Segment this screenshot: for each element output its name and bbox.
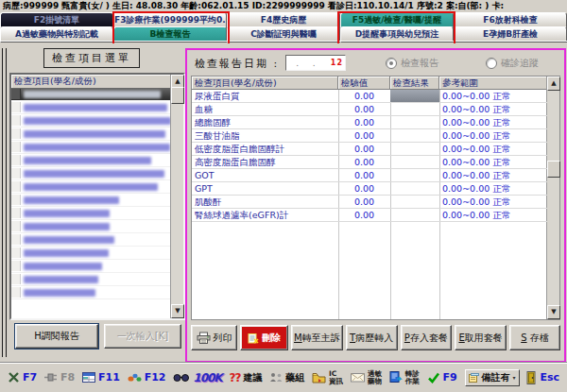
list-item[interactable] <box>11 154 171 167</box>
cell-res[interactable] <box>390 129 439 142</box>
toolbar-item-referral[interactable]: 轉診作業 <box>389 370 420 384</box>
cell-res[interactable] <box>390 90 439 102</box>
toolbar-item-suggest[interactable]: ??建議 <box>230 371 263 384</box>
toolbar-item-allergy-drugs[interactable]: 過敏藥物 <box>351 370 382 384</box>
scroll-thumb[interactable] <box>171 87 184 104</box>
list-item[interactable] <box>11 167 171 180</box>
scroll-down-icon[interactable]: ▼ <box>547 305 560 319</box>
cell-res[interactable] <box>390 143 439 155</box>
cell-val[interactable]: 0.00 <box>338 196 390 208</box>
cell-res[interactable] <box>390 116 439 128</box>
cell-rng[interactable]: 0.00~0.00 正常 <box>439 182 547 195</box>
cell-rng[interactable]: 0.00~0.00 正常 <box>439 129 547 142</box>
cell-rng[interactable]: 0.00~0.00 正常 <box>439 196 547 208</box>
cell-name[interactable]: 血糖 <box>192 103 338 115</box>
column-header[interactable]: 檢驗值 <box>338 77 390 90</box>
table-row[interactable]: GOT0.000.00~0.00 正常 <box>192 169 547 182</box>
scroll-thumb[interactable] <box>547 161 560 178</box>
list-item[interactable] <box>11 273 171 286</box>
toolbar-item-f8[interactable]: F8 <box>44 371 75 383</box>
cell-name[interactable]: 腎絲球過濾率(eGFR)計 <box>192 209 338 221</box>
exam-item-listbox[interactable]: 檢查項目(學名/成份) ▲ ▼ <box>9 73 185 320</box>
exam-results-table[interactable]: 檢查項目(學名/成份)檢驗值檢查結果參考範圍 尿液蛋白質0.000.00~0.0… <box>191 76 560 320</box>
cell-res[interactable] <box>390 209 439 221</box>
list-item[interactable] <box>11 194 171 207</box>
table-row[interactable]: 腎絲球過濾率(eGFR)計0.000.00~0.00 正常 <box>192 209 547 222</box>
delete-button[interactable]: 刪除 <box>240 325 288 350</box>
list-item[interactable] <box>11 286 171 299</box>
cell-res[interactable] <box>390 182 439 195</box>
save-button[interactable]: S 存檔 <box>509 325 560 350</box>
cell-rng[interactable]: 0.00~0.00 正常 <box>439 169 547 181</box>
table-row[interactable]: 三酸甘油脂0.000.00~0.00 正常 <box>192 129 547 143</box>
load-combo-button[interactable]: E取用套餐 <box>455 325 507 350</box>
cell-val[interactable]: 0.00 <box>338 156 390 168</box>
cell-name[interactable]: 尿液蛋白質 <box>192 90 338 102</box>
cell-name[interactable]: 高密度脂蛋白膽固醇 <box>192 156 338 168</box>
list-item[interactable] <box>11 233 171 247</box>
cell-name[interactable]: 肌酸酐 <box>192 196 338 208</box>
column-header[interactable]: 參考範圍 <box>439 77 547 90</box>
table-row[interactable]: GPT0.000.00~0.00 正常 <box>192 182 547 196</box>
cell-rng[interactable]: 0.00~0.00 正常 <box>439 156 547 168</box>
table-scrollbar[interactable]: ▲ ▼ <box>546 77 559 319</box>
table-row[interactable]: 高密度脂蛋白膽固醇0.000.00~0.00 正常 <box>192 156 547 169</box>
cell-rng[interactable]: 0.00~0.00 正常 <box>439 143 547 155</box>
list-item[interactable] <box>11 88 171 101</box>
exam-list-scrollbar[interactable]: ▲ ▼ <box>170 75 183 318</box>
list-item[interactable] <box>11 247 171 260</box>
retrieve-report-button[interactable]: H調閱報告 <box>15 324 98 349</box>
cell-name[interactable]: GOT <box>192 169 338 181</box>
cell-val[interactable]: 0.00 <box>338 116 390 128</box>
cell-rng[interactable]: 0.00~0.00 正常 <box>439 90 547 102</box>
chart-import-button[interactable]: T病歷轉入 <box>346 325 398 350</box>
cell-name[interactable]: 三酸甘油脂 <box>192 129 338 142</box>
toolbar-item-f11[interactable]: F11 <box>82 371 120 383</box>
table-row[interactable]: 總膽固醇0.000.00~0.00 正常 <box>192 116 547 129</box>
cell-res[interactable] <box>390 103 439 115</box>
scroll-down-icon[interactable]: ▼ <box>171 304 184 318</box>
toolbar-item-ic-info[interactable]: IC資訊 <box>312 370 343 384</box>
cell-val[interactable]: 0.00 <box>338 129 390 142</box>
cell-val[interactable]: 0.00 <box>338 90 390 102</box>
radio-exam-report[interactable]: 檢查報告 <box>386 57 438 70</box>
cell-val[interactable]: 0.00 <box>338 143 390 155</box>
list-item[interactable] <box>11 220 171 233</box>
list-item[interactable] <box>11 128 171 141</box>
to-chief-complaint-button[interactable]: M轉至主訴 <box>291 325 343 350</box>
table-row[interactable]: 血糖0.000.00~0.00 正常 <box>192 103 547 116</box>
list-item[interactable] <box>11 260 171 273</box>
cell-rng[interactable]: 0.00~0.00 正常 <box>439 116 547 128</box>
toolbar-item-notes-dropdown[interactable]: 備註有▾ <box>465 369 520 386</box>
column-header[interactable]: 檢查項目(學名/成份) <box>192 77 338 90</box>
list-item[interactable] <box>11 114 171 128</box>
column-header[interactable]: 檢查結果 <box>390 77 439 90</box>
cell-val[interactable]: 0.00 <box>338 182 390 195</box>
table-row[interactable]: 低密度脂蛋白膽固醇計0.000.00~0.00 正常 <box>192 143 547 156</box>
cell-res[interactable] <box>390 196 439 208</box>
toolbar-item-f12[interactable]: F12 <box>128 371 166 383</box>
toolbar-item-med-group[interactable]: 藥組 <box>269 371 304 384</box>
list-item[interactable] <box>11 180 171 194</box>
toolbar-item-esc[interactable]: Esc <box>526 371 559 384</box>
toolbar-item-logo-100k[interactable]: 100K <box>173 371 221 384</box>
scroll-up-icon[interactable]: ▲ <box>547 77 560 91</box>
toolbar-item-f9[interactable]: F9 <box>427 371 457 383</box>
cell-res[interactable] <box>390 169 439 181</box>
cell-name[interactable]: 總膽固醇 <box>192 116 338 128</box>
cell-val[interactable]: 0.00 <box>338 209 390 221</box>
cell-name[interactable]: GPT <box>192 182 338 195</box>
cell-res[interactable] <box>390 156 439 168</box>
list-item[interactable] <box>11 207 171 220</box>
toolbar-item-f7[interactable]: F7 <box>8 371 37 383</box>
cell-rng[interactable]: 0.00~0.00 正常 <box>439 209 547 221</box>
save-combo-button[interactable]: P存入套餐 <box>401 325 453 350</box>
list-item[interactable] <box>11 141 171 154</box>
cell-val[interactable]: 0.00 <box>338 169 390 181</box>
report-date-input[interactable]: . . 12 <box>285 55 346 71</box>
cell-name[interactable]: 低密度脂蛋白膽固醇計 <box>192 143 338 155</box>
list-item[interactable] <box>11 101 171 114</box>
cell-val[interactable]: 0.00 <box>338 103 390 115</box>
cell-rng[interactable]: 0.00~0.00 正常 <box>439 103 547 115</box>
table-row[interactable]: 肌酸酐0.000.00~0.00 正常 <box>192 196 547 209</box>
